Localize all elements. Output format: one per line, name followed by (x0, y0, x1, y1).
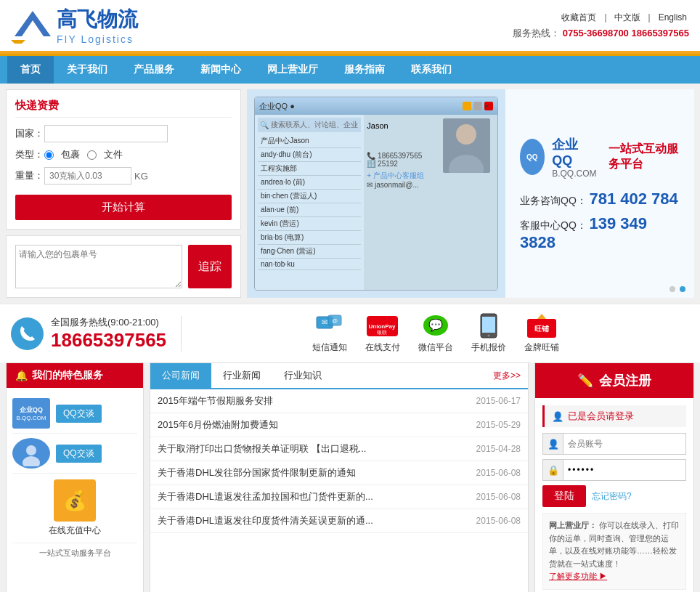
banner-dot-2[interactable] (680, 286, 685, 292)
feature-footer: 一站式互动服务平台 (12, 543, 137, 563)
news-date-1: 2015-05-29 (476, 420, 521, 430)
forgot-password-link[interactable]: 忘记密码? (592, 490, 632, 503)
type-document-radio[interactable] (87, 150, 97, 160)
banner-dot-1[interactable] (670, 286, 675, 292)
shop-service[interactable]: 旺铺 金牌旺铺 (524, 313, 559, 354)
nav-guide[interactable]: 服务指南 (331, 56, 398, 84)
maximize-icon[interactable] (473, 102, 482, 110)
consult-number: 781 402 784 (589, 190, 677, 208)
hotline-info: 服务热线： 0755-36698700 18665397565 (513, 27, 689, 40)
feature-content: 企业QQ B.QQ.COM QQ交谈 QQ (7, 388, 143, 569)
header: 高飞物流 FIY Logistics 收藏首页 ｜ 中文版 ｜ English … (0, 0, 700, 56)
calc-button[interactable]: 开始计算 (15, 195, 232, 220)
nav-products[interactable]: 产品服务 (121, 56, 187, 84)
chinese-link[interactable]: 中文版 (614, 12, 640, 23)
logo-cn: 高飞物流 (57, 6, 138, 33)
country-label: 国家： (15, 127, 44, 140)
nav-home[interactable]: 首页 (7, 56, 54, 84)
username-input[interactable] (563, 436, 685, 452)
track-input[interactable] (15, 245, 182, 288)
qq-contact-item: nan·tob·ku (258, 259, 361, 270)
news-date-3: 2015-06-08 (476, 468, 521, 478)
svg-text:@: @ (331, 317, 337, 324)
track-button[interactable]: 追踪 (188, 245, 232, 288)
tab-company-news[interactable]: 公司新闻 (150, 363, 211, 388)
password-input[interactable] (563, 462, 685, 478)
svg-rect-17 (482, 317, 495, 333)
qq-chat-btn-1[interactable]: QQ交谈 (56, 405, 102, 423)
news-title-1: 2015年6月份燃油附加费通知 (158, 418, 397, 431)
wechat-service[interactable]: 💬 微信平台 (418, 313, 453, 354)
feature-item-qq1: 企业QQ B.QQ.COM QQ交谈 (12, 394, 137, 434)
sms-service[interactable]: ✉ @ 短信通知 (312, 313, 347, 354)
news-date-5: 2015-06-08 (476, 516, 521, 526)
header-links: 收藏首页 ｜ 中文版 ｜ English 服务热线： 0755-36698700… (513, 12, 689, 40)
news-item-2[interactable]: 关于取消打印出口货物报关单证明联 【出口退税... 2015-04-28 (150, 437, 528, 461)
feature-header-title: 我们的特色服务 (32, 369, 103, 382)
news-item-3[interactable]: 关于香港DHL发往部分国家货件限制更新的通知 2015-06-08 (150, 461, 528, 485)
weight-input[interactable] (44, 167, 131, 185)
news-date-0: 2015-06-17 (476, 396, 521, 406)
hotline-text: 全国服务热线(9:00-21:00) 18665397565 (51, 316, 166, 352)
qq-logo-icon: QQ (520, 139, 545, 175)
nav-news[interactable]: 新闻中心 (187, 56, 254, 84)
phone-icon (11, 317, 44, 350)
more-features-link[interactable]: 了解更多功能 ▶ (549, 572, 607, 580)
qq-contact-item: andrea·lo (前) (258, 176, 361, 190)
bookmark-link[interactable]: 收藏首页 (561, 12, 596, 23)
consult-qq: 业务咨询QQ： 781 402 784 (520, 190, 680, 208)
nav-about[interactable]: 关于我们 (54, 56, 121, 84)
service-label: 客服中心QQ： (520, 219, 587, 231)
news-item-1[interactable]: 2015年6月份燃油附加费通知 2015-05-29 (150, 413, 528, 437)
track-box: 追踪 (6, 235, 241, 298)
nav-contact[interactable]: 联系我们 (398, 56, 465, 84)
shop-icon: 旺铺 (525, 313, 558, 338)
qq-contact-item: kevin (营运) (258, 217, 361, 231)
svg-point-23 (26, 445, 36, 455)
orange-divider (0, 51, 700, 54)
top-links: 收藏首页 ｜ 中文版 ｜ English (513, 12, 689, 24)
logo-area: 高飞物流 FIY Logistics (11, 6, 138, 45)
register-button[interactable]: ✏️ 会员注册 (535, 363, 693, 398)
close-icon[interactable]: × (484, 102, 493, 110)
logo-text: 高飞物流 FIY Logistics (57, 6, 138, 45)
hotline-label-text: 全国服务热线(9:00-21:00) (51, 316, 166, 329)
login-header-text: 已是会员请登录 (568, 410, 634, 423)
mobile-service[interactable]: 手机报价 (471, 313, 506, 354)
lock-icon: 🔒 (543, 460, 563, 480)
feature-item-qq2-right: QQ交谈 (56, 445, 102, 463)
nav-hall[interactable]: 网上营业厅 (254, 56, 331, 84)
qq-contact-item: alan·ue (前) (258, 203, 361, 217)
banner-dots (670, 286, 685, 292)
qq-window-title: 企业QQ ● × (255, 97, 497, 115)
tab-industry-knowledge[interactable]: 行业知识 (272, 363, 333, 388)
svg-text:UnionPay: UnionPay (369, 323, 396, 330)
svg-marker-1 (11, 40, 25, 44)
qq-search-bar: 🔍 搜索联系人、讨论组、企业 (258, 118, 361, 132)
payment-icon: UnionPay 银联 (366, 313, 399, 338)
qq-chat-btn-2[interactable]: QQ交谈 (56, 445, 102, 463)
english-link[interactable]: English (659, 12, 687, 23)
logo-en: FIY Logistics (57, 33, 138, 45)
profile-email: ✉ jasonmail@... (367, 181, 495, 189)
consult-label: 业务咨询QQ： (520, 195, 587, 206)
qq-contact-item: bin·chen (营运人) (258, 190, 361, 203)
tab-industry-news[interactable]: 行业新闻 (211, 363, 272, 388)
qq-info-panel: QQ 企业QQ B.QQ.COM 一站式互动服务平台 业务咨询QQ： 781 4… (505, 89, 694, 298)
type-row: 类型： 包裹 文件 (15, 148, 232, 161)
payment-service[interactable]: UnionPay 银联 在线支付 (365, 313, 400, 354)
news-title-2: 关于取消打印出口货物报关单证明联 【出口退税... (158, 442, 397, 455)
news-item-4[interactable]: 关于香港DHL遣返发往孟加拉国和也门货件更新的... 2015-06-08 (150, 485, 528, 509)
type-package-radio[interactable] (44, 150, 54, 160)
country-input[interactable] (44, 125, 168, 142)
online-hall-desc: 网上营业厅： 你可以在线录入、打印你的运单，同时查询、管理您的运单，以及在线对账… (542, 513, 686, 590)
news-more-link[interactable]: 更多>> (493, 370, 528, 382)
news-list: 2015年端午节假期服务安排 2015-06-17 2015年6月份燃油附加费通… (150, 389, 528, 533)
news-item-5[interactable]: 关于香港DHL遣返发往印度货件清关延误更新的通... 2015-06-08 (150, 509, 528, 533)
news-item-0[interactable]: 2015年端午节假期服务安排 2015-06-17 (150, 389, 528, 413)
minimize-icon[interactable] (463, 102, 471, 110)
feature-header: 🔔 我们的特色服务 (7, 363, 143, 388)
svg-text:旺铺: 旺铺 (534, 325, 550, 333)
type-radio-group: 包裹 文件 (44, 148, 123, 161)
login-button[interactable]: 登陆 (542, 485, 586, 507)
